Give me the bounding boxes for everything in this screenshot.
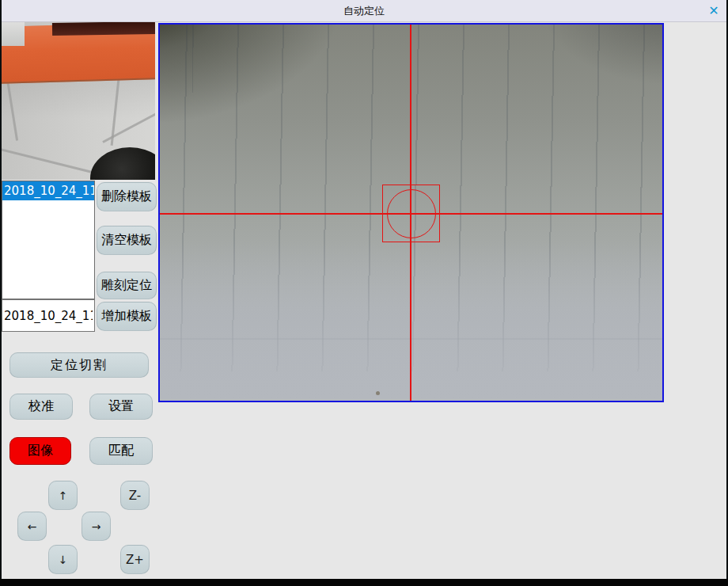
template-name-input[interactable] [2, 299, 95, 332]
add-template-button[interactable]: 增加模板 [97, 302, 157, 331]
thumbnail-dark-strip [52, 22, 155, 36]
jog-down-button[interactable]: ↓ [48, 545, 78, 574]
window-title: 自动定位 [0, 0, 728, 22]
jog-z-plus-button[interactable]: Z+ [120, 545, 150, 574]
match-button[interactable]: 匹配 [89, 437, 153, 465]
jog-left-button[interactable]: ← [17, 512, 47, 541]
template-list[interactable]: 2018_10_24_11 [2, 181, 95, 299]
camera-view [158, 23, 664, 402]
thumbnail-grey-corner [2, 22, 25, 46]
clear-templates-button[interactable]: 清空模板 [97, 226, 157, 255]
position-cut-button[interactable]: 定位切割 [9, 352, 149, 378]
title-bar: 自动定位 ✕ [0, 0, 728, 22]
image-button[interactable]: 图像 [9, 437, 71, 465]
engrave-position-button[interactable]: 雕刻定位 [97, 272, 157, 299]
settings-button[interactable]: 设置 [89, 394, 153, 420]
window-border-bottom [0, 579, 728, 586]
target-circle-marker [387, 189, 436, 238]
camera-speck [376, 391, 380, 395]
window-border-left [0, 0, 2, 586]
template-thumbnail-preview [2, 22, 155, 180]
jog-right-button[interactable]: → [82, 512, 111, 541]
close-icon[interactable]: ✕ [705, 2, 722, 20]
template-list-item-selected[interactable]: 2018_10_24_11 [2, 181, 94, 200]
jog-up-button[interactable]: ↑ [48, 481, 78, 510]
jog-z-minus-button[interactable]: Z- [120, 481, 150, 510]
delete-template-button[interactable]: 删除模板 [97, 182, 157, 211]
calibrate-button[interactable]: 校准 [9, 394, 73, 420]
